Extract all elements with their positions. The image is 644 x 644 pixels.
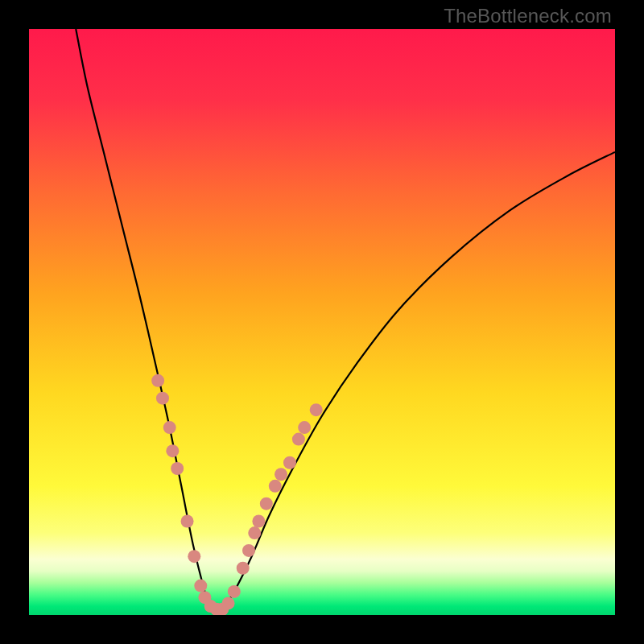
curve-marker	[188, 550, 200, 563]
curve-marker	[260, 497, 273, 510]
curve-marker	[194, 580, 207, 592]
curve-layer	[29, 29, 615, 615]
curve-marker	[163, 421, 176, 434]
curve-marker	[269, 480, 282, 493]
curve-marker	[242, 544, 255, 557]
curve-marker	[248, 526, 261, 539]
curve-marker	[171, 462, 184, 475]
curve-marker	[275, 468, 287, 481]
curve-marker	[228, 585, 241, 598]
plot-area	[29, 29, 615, 615]
curve-marker	[222, 597, 235, 609]
curve-marker	[151, 374, 164, 387]
watermark-text: TheBottleneck.com	[444, 5, 612, 27]
curve-marker	[237, 562, 250, 575]
curve-marker	[292, 433, 305, 446]
curve-marker	[156, 392, 169, 405]
curve-markers	[151, 374, 323, 615]
curve-marker	[252, 515, 265, 528]
curve-marker	[298, 421, 311, 434]
curve-marker	[310, 403, 323, 416]
chart-frame: TheBottleneck.com	[0, 0, 644, 644]
bottleneck-curve	[76, 29, 615, 611]
curve-marker	[166, 444, 179, 457]
curve-marker	[283, 456, 296, 469]
curve-marker	[181, 515, 194, 528]
